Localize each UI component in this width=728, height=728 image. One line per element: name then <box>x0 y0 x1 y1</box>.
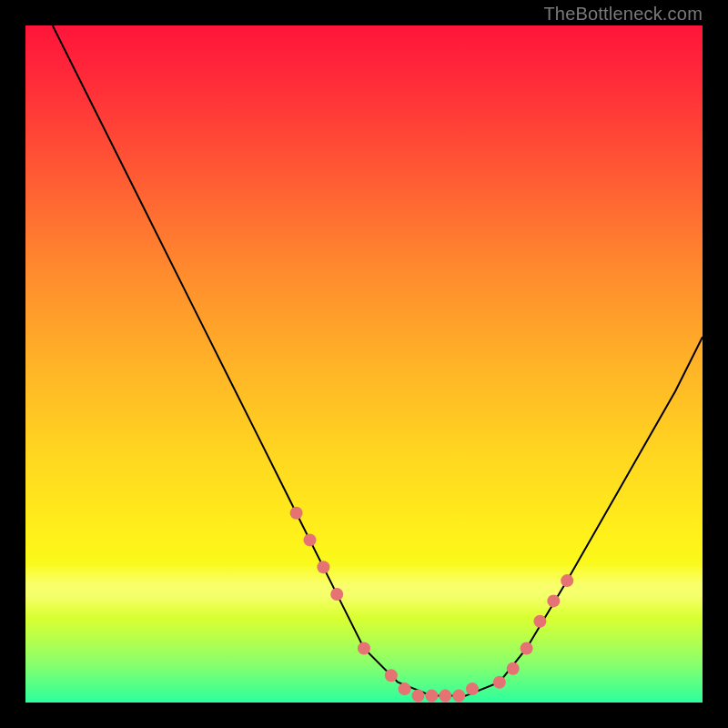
marker-dot <box>399 682 411 695</box>
marker-dot <box>452 690 465 703</box>
marker-dot <box>466 682 479 695</box>
marker-dot <box>330 588 343 601</box>
marker-dot <box>358 642 370 655</box>
chart-plot-area <box>25 25 703 703</box>
bottleneck-curve <box>53 25 703 696</box>
marker-group <box>290 507 574 703</box>
marker-dot <box>561 574 573 587</box>
marker-dot <box>385 669 398 682</box>
marker-dot <box>425 690 438 703</box>
marker-dot <box>533 615 546 628</box>
marker-dot <box>493 676 506 689</box>
chart-svg <box>25 25 703 703</box>
marker-dot <box>317 561 329 573</box>
marker-dot <box>412 690 425 703</box>
marker-dot <box>547 594 560 607</box>
marker-dot <box>521 642 533 655</box>
marker-dot <box>290 507 303 520</box>
watermark-label: TheBottleneck.com <box>543 4 703 25</box>
marker-dot <box>439 690 451 703</box>
marker-dot <box>304 533 317 546</box>
marker-dot <box>507 662 520 675</box>
